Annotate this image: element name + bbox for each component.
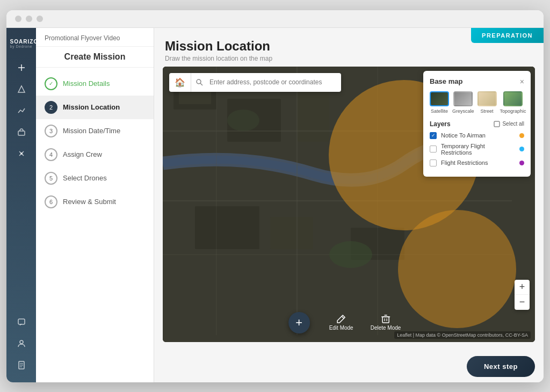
map-type-row: Satellite Greyscale Street Topograp <box>430 91 524 114</box>
svg-rect-29 <box>494 121 500 127</box>
step-6-label: Review & Submit <box>63 198 116 206</box>
basemap-panel: Base map × Satellite Greyscale <box>423 71 531 177</box>
layers-header: Layers Select all <box>430 120 524 128</box>
svg-point-26 <box>227 110 259 131</box>
sidebar-item-analytics[interactable] <box>6 100 36 121</box>
edit-mode-button[interactable]: Edit Mode <box>329 314 353 331</box>
step-1-number: ✓ <box>45 77 57 90</box>
step-4-label: Assign Crew <box>63 150 102 158</box>
svg-rect-3 <box>18 131 25 135</box>
search-icon <box>191 74 207 90</box>
app-layout: ☰ SOARIZON by Dedrone <box>6 28 544 382</box>
step-1[interactable]: ✓ Mission Details <box>36 72 154 96</box>
preparation-badge: PREPARATION <box>471 28 544 43</box>
layer-tfr[interactable]: Temporary Flight Restrictions <box>430 143 524 156</box>
step-3-label: Mission Date/Time <box>63 127 120 135</box>
step-6-number: 6 <box>45 195 57 208</box>
svg-rect-5 <box>18 319 25 324</box>
sidebar-item-add[interactable] <box>6 57 36 78</box>
step-5-number: 5 <box>45 172 57 185</box>
fr-dot <box>519 161 524 165</box>
step-6[interactable]: 6 Review & Submit <box>36 190 154 214</box>
sidebar-item-missions[interactable] <box>6 78 36 100</box>
tfr-label: Temporary Flight Restrictions <box>441 143 515 156</box>
map-container[interactable]: 🏠 Base map × Satellite <box>163 67 535 342</box>
svg-marker-2 <box>18 86 25 92</box>
delete-label: Delete Mode <box>371 325 401 331</box>
step-3-number: 3 <box>45 125 57 137</box>
search-input[interactable] <box>207 74 341 90</box>
sidebar-item-reports[interactable] <box>6 354 36 376</box>
svg-rect-31 <box>382 317 389 323</box>
project-title: Promotional Flyover Video <box>36 28 154 47</box>
map-type-greyscale[interactable]: Greyscale <box>452 91 474 114</box>
greyscale-thumb <box>453 91 473 106</box>
sidebar-item-profile[interactable] <box>6 333 36 354</box>
satellite-label: Satellite <box>431 108 448 114</box>
fr-checkbox[interactable] <box>430 159 437 166</box>
step-5-label: Select Drones <box>63 174 107 182</box>
sidebar-item-shop[interactable] <box>6 121 36 143</box>
home-icon[interactable]: 🏠 <box>169 73 191 92</box>
svg-point-27 <box>197 79 201 84</box>
logo-area: ☰ SOARIZON by Dedrone <box>6 34 36 57</box>
main-content: PREPARATION Mission Location Draw the mi… <box>154 28 544 382</box>
steps-list: ✓ Mission Details 2 Mission Location 3 M… <box>36 68 154 382</box>
zoom-controls: + − <box>515 280 530 310</box>
map-attribution: Leaflet | Map data © OpenStreetMap contr… <box>394 331 531 339</box>
map-type-topographic[interactable]: Topographic <box>500 91 526 114</box>
icon-sidebar: ☰ SOARIZON by Dedrone <box>6 28 36 382</box>
zoom-in-button[interactable]: + <box>515 280 530 295</box>
svg-point-6 <box>20 340 23 344</box>
layers-title: Layers <box>430 120 451 128</box>
svg-rect-15 <box>297 88 329 142</box>
close-dot[interactable] <box>15 16 21 22</box>
panel-header: Base map × <box>430 77 524 86</box>
zoom-out-button[interactable]: − <box>515 295 530 310</box>
create-mission-title: Create Mission <box>36 47 154 68</box>
svg-line-30 <box>342 316 344 318</box>
select-all-button[interactable]: Select all <box>494 121 524 127</box>
step-4[interactable]: 4 Assign Crew <box>36 143 154 166</box>
delete-mode-button[interactable]: Delete Mode <box>371 314 401 331</box>
layer-notam[interactable]: Notice To Airman <box>430 132 524 139</box>
street-thumb <box>477 91 497 106</box>
notam-checkbox[interactable] <box>430 132 437 139</box>
select-all-label: Select all <box>502 121 524 127</box>
map-type-satellite[interactable]: Satellite <box>430 91 449 114</box>
map-toolbar: + Edit Mode <box>288 312 410 333</box>
sidebar-item-drones[interactable] <box>6 143 36 164</box>
notam-dot <box>519 133 524 138</box>
street-label: Street <box>481 108 494 114</box>
add-zone-button[interactable]: + <box>288 312 310 333</box>
fr-label: Flight Restrictions <box>441 159 515 166</box>
step-3[interactable]: 3 Mission Date/Time <box>36 119 154 143</box>
steps-sidebar: Promotional Flyover Video Create Mission… <box>36 28 154 382</box>
menu-icon[interactable]: ☰ <box>6 39 7 48</box>
sidebar-item-chat[interactable] <box>6 311 36 333</box>
map-search-bar: 🏠 <box>169 73 341 92</box>
mission-subtitle: Draw the mission location on the map <box>165 55 533 62</box>
greyscale-label: Greyscale <box>452 108 474 114</box>
minimize-dot[interactable] <box>26 16 32 22</box>
step-2-number: 2 <box>45 101 57 114</box>
step-2[interactable]: 2 Mission Location <box>36 96 154 119</box>
tfr-checkbox[interactable] <box>430 146 437 153</box>
svg-rect-16 <box>195 206 259 249</box>
app-window: ☰ SOARIZON by Dedrone <box>6 10 544 382</box>
next-step-row: Next step <box>154 351 544 382</box>
basemap-title: Base map <box>430 77 462 85</box>
notam-label: Notice To Airman <box>441 132 515 139</box>
satellite-thumb <box>430 91 449 106</box>
svg-point-25 <box>329 241 372 268</box>
step-5[interactable]: 5 Select Drones <box>36 166 154 190</box>
basemap-close-button[interactable]: × <box>520 77 524 86</box>
zone-circle-2 <box>398 210 516 328</box>
next-step-button[interactable]: Next step <box>467 356 535 377</box>
step-1-label: Mission Details <box>63 79 110 88</box>
map-type-street[interactable]: Street <box>477 91 497 114</box>
maximize-dot[interactable] <box>37 16 43 22</box>
title-bar <box>6 10 544 28</box>
layer-fr[interactable]: Flight Restrictions <box>430 159 524 166</box>
edit-label: Edit Mode <box>329 325 353 331</box>
